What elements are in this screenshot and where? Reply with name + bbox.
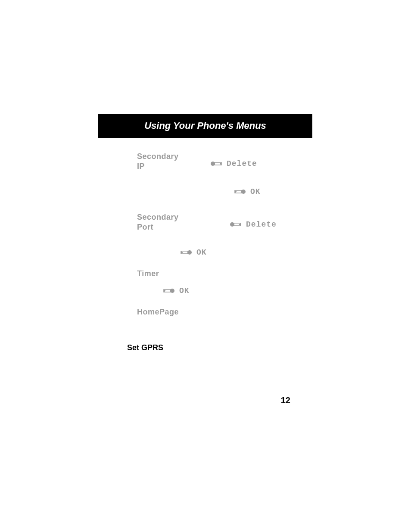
timer-label-text: Timer (137, 269, 159, 278)
secondary-ip-label: Secondary IP (137, 152, 189, 171)
secondary-port-delete-text: Delete (246, 220, 277, 229)
svg-point-1 (241, 190, 246, 194)
secondary-ip-ok-action: OK (234, 187, 261, 196)
set-gprs-heading: Set GPRS (127, 343, 312, 352)
secondary-port-ok-text: OK (196, 248, 207, 257)
secondary-ip-label-line2: IP (137, 162, 145, 171)
header-title: Using Your Phone's Menus (144, 120, 266, 131)
secondary-ip-ok-row: OK (137, 187, 295, 196)
page-number-text: 12 (281, 395, 290, 405)
right-softkey-icon (180, 249, 192, 255)
page-number: 12 (281, 395, 290, 405)
svg-point-4 (170, 289, 174, 293)
left-softkey-icon (230, 221, 242, 227)
right-softkey-icon (163, 288, 175, 294)
section-header: Using Your Phone's Menus (98, 114, 312, 138)
homepage-row: HomePage (137, 307, 295, 317)
timer-row: Timer (137, 269, 295, 279)
secondary-port-row: Secondary Port Delete (137, 212, 295, 232)
secondary-ip-delete-action: Delete (210, 159, 257, 168)
secondary-port-label: Secondary Port (137, 212, 189, 232)
timer-ok-text: OK (179, 286, 190, 295)
secondary-ip-label-line1: Secondary (137, 152, 179, 161)
left-softkey-icon (210, 161, 222, 167)
svg-point-3 (187, 250, 192, 255)
secondary-ip-ok-text: OK (250, 187, 261, 196)
secondary-port-delete-action: Delete (230, 220, 277, 229)
homepage-label: HomePage (137, 307, 189, 317)
right-softkey-icon (234, 189, 246, 195)
timer-label: Timer (137, 269, 189, 279)
menu-options-area: Secondary IP Delete OK (98, 152, 312, 317)
homepage-label-text: HomePage (137, 308, 179, 316)
secondary-port-label-line1: Secondary (137, 213, 179, 221)
timer-ok-action: OK (163, 286, 190, 295)
timer-ok-row: OK (137, 286, 295, 295)
set-gprs-text: Set GPRS (127, 343, 163, 352)
secondary-port-ok-action: OK (180, 248, 207, 257)
secondary-ip-row: Secondary IP Delete (137, 152, 295, 171)
secondary-port-ok-row: OK (137, 248, 295, 257)
secondary-ip-delete-text: Delete (227, 159, 257, 168)
secondary-port-label-line2: Port (137, 223, 153, 231)
